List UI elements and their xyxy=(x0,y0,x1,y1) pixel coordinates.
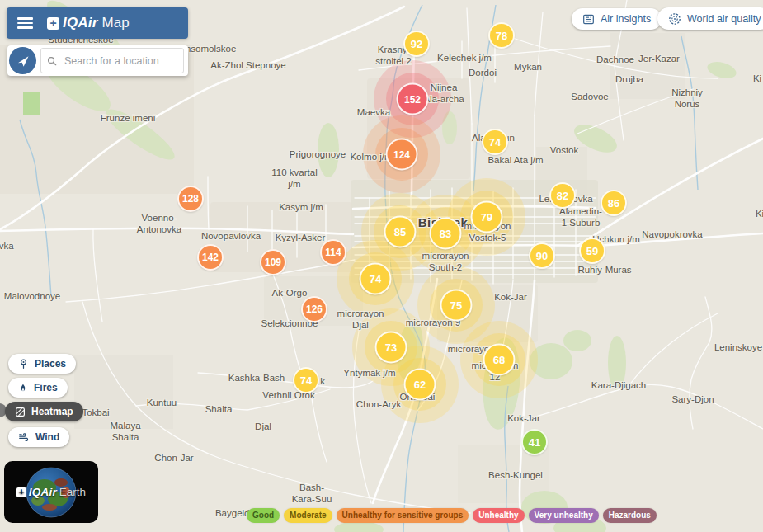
iqair-map-app: Bishkek StudencheskoeKomsomolskoeAk-Zhol… xyxy=(0,0,763,532)
aqi-marker[interactable]: 62 xyxy=(404,369,436,401)
aqi-marker[interactable]: 79 xyxy=(471,201,503,233)
brand-product: Map xyxy=(102,15,130,31)
menu-icon[interactable] xyxy=(17,17,33,29)
places-label: Places xyxy=(35,358,66,370)
aqi-marker[interactable]: 73 xyxy=(375,332,407,364)
aqi-marker-layer: 9278152124741288286798583599011410914274… xyxy=(0,0,763,532)
search-icon xyxy=(47,55,57,67)
legend-item: Unhealthy for sensitive groups xyxy=(337,508,469,523)
legend-item: Unhealthy xyxy=(473,508,524,523)
globe-icon xyxy=(668,12,681,26)
iqair-logo-icon: + xyxy=(47,17,59,30)
heatmap-label: Heatmap xyxy=(31,406,73,417)
aqi-marker[interactable]: 59 xyxy=(579,238,605,264)
search-input[interactable] xyxy=(63,54,177,68)
world-air-quality-button[interactable]: World air quality xyxy=(657,7,763,30)
pin-icon xyxy=(18,358,29,370)
app-header: + IQAir Map xyxy=(7,7,188,39)
world-air-quality-label: World air quality xyxy=(687,13,761,25)
wind-layer-button[interactable]: Wind xyxy=(8,427,69,447)
aqi-marker[interactable]: 152 xyxy=(397,83,429,115)
aqi-marker[interactable]: 124 xyxy=(386,139,418,171)
earth-logo: + IQAir Earth xyxy=(16,486,86,498)
air-insights-button[interactable]: Air insights xyxy=(572,8,662,30)
fires-layer-button[interactable]: Fires xyxy=(8,378,68,398)
aqi-marker[interactable]: 74 xyxy=(360,263,392,295)
iqair-logo-icon: + xyxy=(16,487,26,497)
iqair-earth-badge[interactable]: + IQAir Earth xyxy=(4,461,98,523)
aqi-marker[interactable]: 82 xyxy=(549,182,576,209)
wind-icon xyxy=(18,432,30,443)
aqi-marker[interactable]: 74 xyxy=(482,129,508,155)
brand-name: IQAir xyxy=(63,15,98,31)
news-icon xyxy=(582,13,595,26)
aqi-marker[interactable]: 90 xyxy=(529,242,555,269)
legend-item: Very unhealthy xyxy=(529,508,599,523)
heatmap-layer-button[interactable]: Heatmap xyxy=(5,402,83,421)
aqi-marker[interactable]: 86 xyxy=(601,190,627,216)
aqi-marker[interactable]: 83 xyxy=(430,218,462,250)
aqi-marker[interactable]: 128 xyxy=(177,186,204,212)
legend-item: Hazardous xyxy=(603,508,657,523)
aqi-marker[interactable]: 74 xyxy=(293,367,319,393)
places-layer-button[interactable]: Places xyxy=(8,354,76,374)
aqi-marker[interactable]: 68 xyxy=(483,344,516,376)
earth-brand: IQAir xyxy=(29,486,57,498)
heatmap-icon xyxy=(15,407,26,417)
aqi-marker[interactable]: 75 xyxy=(440,290,473,322)
legend: GoodModerateUnhealthy for sensitive grou… xyxy=(247,508,657,523)
aqi-marker[interactable]: 78 xyxy=(488,22,515,49)
earth-label: Earth xyxy=(59,486,86,498)
search-box xyxy=(40,48,184,73)
app-logo[interactable]: + IQAir Map xyxy=(47,15,130,31)
aqi-marker[interactable]: 85 xyxy=(384,216,417,248)
aqi-marker[interactable]: 126 xyxy=(301,296,327,322)
navigation-arrow-icon xyxy=(16,54,30,68)
wind-label: Wind xyxy=(35,431,59,443)
aqi-marker[interactable]: 109 xyxy=(260,249,286,275)
flame-icon xyxy=(18,382,28,393)
legend-item: Good xyxy=(247,508,280,523)
aqi-marker[interactable]: 114 xyxy=(320,239,346,266)
aqi-marker[interactable]: 142 xyxy=(197,244,224,271)
search-panel xyxy=(7,45,188,76)
air-insights-label: Air insights xyxy=(601,13,651,25)
legend-item: Moderate xyxy=(284,508,332,523)
aqi-marker[interactable]: 92 xyxy=(403,31,430,57)
locate-me-button[interactable] xyxy=(9,47,36,74)
fires-label: Fires xyxy=(34,382,58,393)
aqi-marker[interactable]: 41 xyxy=(521,429,548,455)
